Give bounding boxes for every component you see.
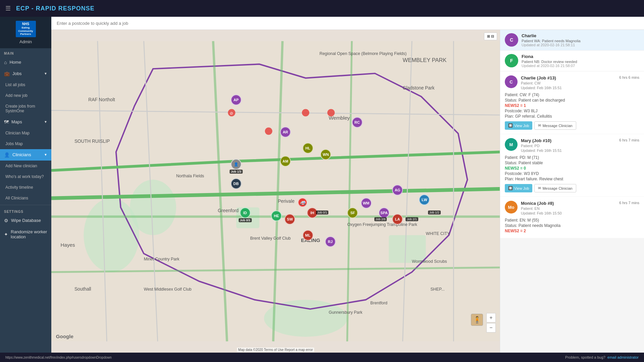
- svg-point-4: [130, 180, 176, 235]
- wipe-database-icon: ⚙: [4, 218, 8, 223]
- notif-time-charlie: Updated at 2020-02-16 21:58:11: [522, 43, 639, 47]
- marker-DB[interactable]: DB: [231, 178, 241, 189]
- svg-text:SHEP...: SHEP...: [430, 287, 444, 292]
- sidebar-item-activity-timeline[interactable]: Activity timeline: [0, 182, 51, 193]
- notif-card-charlie[interactable]: C Charlie Patient WA: Patient needs Magn…: [500, 30, 644, 51]
- marker-clinician-photo-1[interactable]: 👤 Job 1/3: [231, 159, 241, 170]
- postcode-bar: [51, 17, 644, 30]
- view-job-button-mary[interactable]: 🔲 View Job: [505, 184, 532, 192]
- marker-WM[interactable]: WM: [361, 198, 372, 208]
- job-updated-monica: Updated: Feb 16th 15:50: [521, 211, 562, 215]
- marker-RC[interactable]: RC: [352, 117, 363, 128]
- jobs-map-label: Jobs Map: [5, 141, 23, 146]
- job-label-01: Job 0/1: [316, 210, 329, 215]
- sidebar-item-randomize-worker[interactable]: ✦ Randomize worker location: [0, 226, 51, 242]
- sidebar-username: Admin: [19, 39, 32, 44]
- map-container[interactable]: WEMBLEY PARK Gladstone Park RAF Northolt…: [51, 30, 500, 353]
- notif-info-fiona: Fiona Patient NB: Doctor review needed U…: [522, 54, 639, 68]
- sidebar-item-add-new-clinician[interactable]: Add New clinician: [0, 161, 51, 171]
- marker-SF[interactable]: SF: [347, 207, 358, 218]
- message-clinician-button-mary[interactable]: ✉ Message Clinician: [534, 184, 576, 192]
- menu-icon[interactable]: ☰: [5, 5, 11, 12]
- marker-SW[interactable]: SW: [284, 214, 295, 225]
- job-card-mary: M Mary (Job #10) Patient: PD Updated: Fe…: [500, 134, 644, 196]
- job-plan-mary: Plan: Heart failure. Review chest: [505, 177, 639, 181]
- notif-detail-charlie: Patient WA: Patient needs Magnolia: [522, 39, 639, 43]
- main-layout: NHS Ealing Community Partners Admin MAIN…: [0, 17, 644, 353]
- sidebar-item-add-new-job[interactable]: Add new job: [0, 90, 51, 101]
- avatar-charlie: C: [505, 75, 518, 88]
- job-status-mary: Status: Patient stable: [505, 161, 639, 165]
- avatar-monica: Mo: [505, 201, 518, 214]
- person-icon: 🧍: [471, 314, 483, 326]
- job-time-monica: 6 hrs 7 mins: [619, 201, 639, 205]
- job-time-mary: 6 hrs 7 mins: [619, 138, 639, 142]
- map-background: WEMBLEY PARK Gladstone Park RAF Northolt…: [51, 30, 500, 353]
- marker-job-ambulance[interactable]: 🚑: [298, 198, 307, 207]
- marker-AP[interactable]: AP: [231, 95, 241, 105]
- marker-AM[interactable]: AM: [280, 156, 291, 167]
- job-title-mary: Mary (Job #10): [521, 138, 562, 143]
- notif-avatar-fiona: F: [505, 54, 518, 67]
- job-card-header-monica: Mo Monica (Job #8) Patient: EN Updated: …: [505, 201, 639, 215]
- svg-text:Perivale: Perivale: [278, 199, 294, 204]
- sidebar-item-clinician-map[interactable]: Clinician Map: [0, 128, 51, 138]
- job-subtitle-mary: Patient: PD: [521, 144, 562, 148]
- svg-text:Southall: Southall: [74, 287, 91, 292]
- job-label-21: Job 2/1: [406, 217, 418, 221]
- activity-timeline-label: Activity timeline: [5, 185, 33, 190]
- marker-RJ[interactable]: RJ: [325, 236, 336, 247]
- job-updated-mary: Updated: Feb 16th 15:51: [521, 148, 562, 153]
- sidebar-item-clinicians[interactable]: 👤 Clinicians ▼: [0, 149, 51, 161]
- marker-HL[interactable]: HL: [303, 143, 313, 154]
- create-jobs-systmone-label: Create jobs from SystmOne: [5, 104, 47, 113]
- wipe-database-label: Wipe Database: [11, 218, 41, 223]
- whos-at-work-label: Who's at work today?: [5, 174, 44, 179]
- svg-point-29: [302, 109, 309, 116]
- zoom-out-button[interactable]: −: [486, 323, 496, 333]
- clinicians-icon: 👤: [4, 152, 10, 158]
- sidebar-item-whos-at-work[interactable]: Who's at work today?: [0, 171, 51, 182]
- job-actions-mary: 🔲 View Job ✉ Message Clinician: [505, 184, 639, 192]
- job-title-charlie: Charlie (Job #13): [521, 75, 562, 80]
- svg-text:⊘: ⊘: [230, 111, 233, 116]
- sidebar-item-home[interactable]: ⌂ Home: [0, 57, 51, 68]
- marker-SPA[interactable]: SPA: [379, 207, 389, 218]
- notif-time-fiona: Updated at 2020-02-16 21:58:07: [522, 64, 639, 68]
- marker-AR[interactable]: AR: [280, 127, 291, 137]
- svg-text:West Middlesex Golf Club: West Middlesex Golf Club: [144, 287, 192, 292]
- email-admin-link[interactable]: email administrator: [607, 355, 639, 359]
- message-clinician-button-charlie[interactable]: ✉ Message Clinician: [534, 121, 576, 130]
- app-title: ECP - RAPID RESPONSE: [16, 5, 95, 12]
- sidebar-item-maps[interactable]: 🗺 Maps ▼: [0, 116, 51, 128]
- sidebar-item-wipe-database[interactable]: ⚙ Wipe Database: [0, 215, 51, 226]
- job-card-header-mary: M Mary (Job #10) Patient: PD Updated: Fe…: [505, 138, 639, 153]
- map-attribution: Map data ©2020 Terms of Use Report a map…: [237, 348, 314, 352]
- bottom-bar-url: https://www.zenithmedical.net/fmn/index.…: [5, 356, 112, 359]
- sidebar-item-maps-label: Maps: [11, 119, 22, 124]
- view-job-button-charlie[interactable]: 🔲 View Job: [505, 121, 532, 130]
- sidebar-item-list-all-jobs[interactable]: List all jobs: [0, 79, 51, 90]
- sidebar-item-jobs[interactable]: 💼 Jobs ▼: [0, 68, 51, 79]
- map-layer-button[interactable]: ⊞ ⊟: [484, 33, 497, 40]
- marker-ML[interactable]: ML: [303, 230, 313, 241]
- zoom-in-button[interactable]: +: [486, 313, 496, 322]
- job-patient-detail-monica: Patient: EN: M (55): [505, 218, 639, 223]
- job-postcode-charlie: Postcode: W3 8LJ: [505, 109, 639, 113]
- svg-text:WEMBLEY PARK: WEMBLEY PARK: [403, 57, 447, 63]
- jobs-list: C Charlie (Job #13) Patient: CW Updated:…: [500, 71, 644, 353]
- sidebar-item-jobs-map[interactable]: Jobs Map: [0, 138, 51, 149]
- postcode-input[interactable]: [57, 21, 639, 26]
- view-job-icon-charlie: 🔲: [508, 123, 513, 128]
- notif-card-fiona[interactable]: F Fiona Patient NB: Doctor review needed…: [500, 51, 644, 71]
- marker-ID[interactable]: ID Job 0/3: [240, 207, 251, 218]
- sidebar-item-all-clinicians[interactable]: All Clinicians: [0, 193, 51, 203]
- svg-text:SOUTH RUISLIP: SOUTH RUISLIP: [74, 139, 110, 144]
- svg-text:Wormwood Scrubs: Wormwood Scrubs: [412, 259, 447, 264]
- svg-text:Gladstone Park: Gladstone Park: [403, 85, 435, 90]
- job-status-charlie: Status: Patient can be discharged: [505, 98, 639, 103]
- randomize-worker-label: Randomize worker location: [11, 229, 47, 239]
- marker-LA[interactable]: LA: [392, 214, 403, 225]
- svg-text:Gunnersbury Park: Gunnersbury Park: [329, 310, 363, 315]
- sidebar-item-create-jobs-systmone[interactable]: Create jobs from SystmOne: [0, 101, 51, 116]
